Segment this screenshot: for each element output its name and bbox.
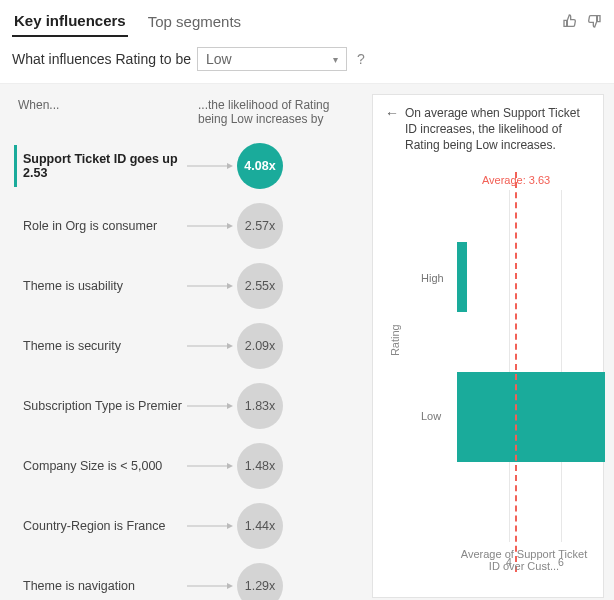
back-arrow-icon[interactable]: ← xyxy=(385,105,399,154)
connector-line-icon xyxy=(187,522,233,530)
svg-marker-1 xyxy=(227,163,233,169)
svg-marker-3 xyxy=(227,223,233,229)
influencer-label: Subscription Type is Premier xyxy=(23,399,187,413)
thumbs-up-icon[interactable] xyxy=(562,13,578,32)
header-when: When... xyxy=(18,98,198,126)
bar-low xyxy=(457,372,605,462)
average-label: Average: 3.63 xyxy=(482,174,550,186)
detail-panel: ← On average when Support Ticket ID incr… xyxy=(372,94,604,598)
connector-line-icon xyxy=(187,162,233,170)
influencer-value-bubble: 1.48x xyxy=(237,443,283,489)
influencer-row[interactable]: Support Ticket ID goes up 2.53 4.08x xyxy=(0,136,362,196)
column-headers: When... ...the likelihood of Rating bein… xyxy=(0,94,362,136)
y-category-high: High xyxy=(421,272,444,284)
svg-marker-5 xyxy=(227,283,233,289)
help-icon[interactable]: ? xyxy=(357,51,365,67)
tabs-bar: Key influencers Top segments xyxy=(0,0,614,37)
selection-indicator xyxy=(14,325,17,367)
influencer-row[interactable]: Theme is usability 2.55x xyxy=(0,256,362,316)
influencer-row[interactable]: Role in Org is consumer 2.57x xyxy=(0,196,362,256)
connector-line-icon xyxy=(187,222,233,230)
selection-indicator xyxy=(14,565,17,600)
influencer-value-bubble: 1.29x xyxy=(237,563,283,600)
svg-marker-15 xyxy=(227,583,233,589)
influencer-value-bubble: 2.57x xyxy=(237,203,283,249)
question-row: What influences Rating to be Low ▾ ? xyxy=(0,37,614,84)
feedback-controls xyxy=(562,13,602,32)
bar-high xyxy=(457,242,467,312)
connector-line-icon xyxy=(187,582,233,590)
rating-dropdown[interactable]: Low ▾ xyxy=(197,47,347,71)
connector-line-icon xyxy=(187,282,233,290)
connector-line-icon xyxy=(187,402,233,410)
svg-marker-9 xyxy=(227,403,233,409)
influencer-label: Support Ticket ID goes up 2.53 xyxy=(23,152,187,180)
influencer-value-bubble: 4.08x xyxy=(237,143,283,189)
gridline xyxy=(561,190,562,542)
detail-header: ← On average when Support Ticket ID incr… xyxy=(385,105,591,154)
detail-chart: Rating High Low Average: 3.63 4 6 Averag… xyxy=(413,172,591,572)
influencers-panel: When... ...the likelihood of Rating bein… xyxy=(0,84,362,600)
influencer-label: Company Size is < 5,000 xyxy=(23,459,187,473)
influencer-value-bubble: 1.83x xyxy=(237,383,283,429)
svg-marker-11 xyxy=(227,463,233,469)
influencer-value-bubble: 2.09x xyxy=(237,323,283,369)
chart-grid xyxy=(457,190,587,542)
influencer-label: Theme is navigation xyxy=(23,579,187,593)
influencer-row[interactable]: Theme is security 2.09x xyxy=(0,316,362,376)
header-likelihood: ...the likelihood of Rating being Low in… xyxy=(198,98,348,126)
y-axis-title: Rating xyxy=(389,324,401,356)
connector-line-icon xyxy=(187,462,233,470)
influencer-label: Theme is usability xyxy=(23,279,187,293)
influencer-label: Country-Region is France xyxy=(23,519,187,533)
x-axis-title: Average of Support Ticket ID over Cust..… xyxy=(457,548,591,572)
connector-line-icon xyxy=(187,342,233,350)
influencer-row[interactable]: Theme is navigation 1.29x xyxy=(0,556,362,600)
detail-panel-wrap: ← On average when Support Ticket ID incr… xyxy=(362,84,614,600)
tab-top-segments[interactable]: Top segments xyxy=(146,9,243,36)
average-line xyxy=(515,172,517,572)
content-body: When... ...the likelihood of Rating bein… xyxy=(0,84,614,600)
selection-indicator xyxy=(14,505,17,547)
influencer-value-bubble: 1.44x xyxy=(237,503,283,549)
influencer-label: Theme is security xyxy=(23,339,187,353)
y-category-low: Low xyxy=(421,410,441,422)
question-prefix: What influences Rating to be xyxy=(12,51,191,67)
selection-indicator xyxy=(14,205,17,247)
chevron-down-icon: ▾ xyxy=(333,54,338,65)
selection-indicator xyxy=(14,385,17,427)
selection-indicator xyxy=(14,145,17,187)
dropdown-value: Low xyxy=(206,51,232,67)
svg-marker-13 xyxy=(227,523,233,529)
svg-marker-7 xyxy=(227,343,233,349)
influencer-row[interactable]: Country-Region is France 1.44x xyxy=(0,496,362,556)
detail-title: On average when Support Ticket ID increa… xyxy=(405,105,591,154)
tab-key-influencers[interactable]: Key influencers xyxy=(12,8,128,37)
selection-indicator xyxy=(14,265,17,307)
influencer-row[interactable]: Company Size is < 5,000 1.48x xyxy=(0,436,362,496)
thumbs-down-icon[interactable] xyxy=(586,13,602,32)
influencer-row[interactable]: Subscription Type is Premier 1.83x xyxy=(0,376,362,436)
influencer-label: Role in Org is consumer xyxy=(23,219,187,233)
influencer-value-bubble: 2.55x xyxy=(237,263,283,309)
selection-indicator xyxy=(14,445,17,487)
gridline xyxy=(509,190,510,542)
